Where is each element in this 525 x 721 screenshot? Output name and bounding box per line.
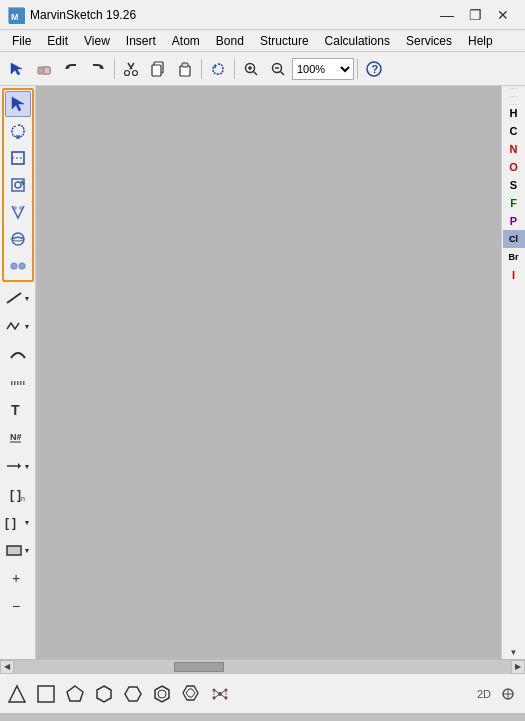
svg-marker-44 xyxy=(18,463,21,469)
svg-line-70 xyxy=(220,694,226,698)
atom-Br-btn[interactable]: Br xyxy=(503,248,525,266)
svg-line-37 xyxy=(7,293,21,303)
h-scrollbar: ◀ ▶ xyxy=(0,659,525,673)
text-tool-btn[interactable]: T xyxy=(5,397,31,423)
right-panel: ········· H C N O S F P Cl Br I ▼ xyxy=(501,86,525,659)
menu-item-services[interactable]: Services xyxy=(398,30,460,51)
lasso-tool-btn[interactable] xyxy=(5,118,31,144)
svg-point-8 xyxy=(133,70,138,75)
cut-btn[interactable] xyxy=(118,56,144,82)
svg-text:+: + xyxy=(12,570,20,586)
canvas-area[interactable] xyxy=(36,86,501,659)
zoom-out-btn[interactable] xyxy=(265,56,291,82)
svg-text:n: n xyxy=(21,495,25,502)
svg-point-27 xyxy=(15,182,21,188)
menu-item-calculations[interactable]: Calculations xyxy=(317,30,398,51)
scroll-left-btn[interactable]: ◀ xyxy=(0,660,14,674)
atom-N-btn[interactable]: N xyxy=(503,140,525,158)
menu-item-help[interactable]: Help xyxy=(460,30,501,51)
scroll-thumb[interactable] xyxy=(174,662,224,672)
sep3 xyxy=(234,59,235,79)
triangle-btn[interactable] xyxy=(4,681,30,707)
dash-tool-btn[interactable] xyxy=(5,369,31,395)
rect-tool-btn[interactable]: ▼ xyxy=(5,537,31,563)
pentagon-btn[interactable] xyxy=(62,681,88,707)
help-btn[interactable]: ? xyxy=(361,56,387,82)
undo-btn[interactable] xyxy=(58,56,84,82)
rotate-tool-btn[interactable] xyxy=(5,172,31,198)
svg-text:?: ? xyxy=(372,63,379,75)
menu-item-view[interactable]: View xyxy=(76,30,118,51)
menu-item-edit[interactable]: Edit xyxy=(39,30,76,51)
menu-item-file[interactable]: File xyxy=(4,30,39,51)
hexagon-small-btn[interactable] xyxy=(91,681,117,707)
eraser-btn[interactable] xyxy=(31,56,57,82)
bracket2-tool-btn[interactable]: [ ] ▼ xyxy=(5,509,31,535)
atom-C-btn[interactable]: C xyxy=(503,122,525,140)
molecule-btn[interactable] xyxy=(207,681,233,707)
scroll-right-btn[interactable]: ▶ xyxy=(511,660,525,674)
3d-rotate-btn[interactable] xyxy=(5,226,31,252)
atom-I-btn[interactable]: I xyxy=(503,266,525,284)
zoom-in-btn[interactable] xyxy=(238,56,264,82)
mirror-tool-btn[interactable] xyxy=(5,199,31,225)
menu-bar: FileEditViewInsertAtomBondStructureCalcu… xyxy=(0,30,525,52)
hexagon-btn[interactable] xyxy=(120,681,146,707)
atom-P-btn[interactable]: P xyxy=(503,212,525,230)
svg-point-59 xyxy=(158,690,166,698)
sep1 xyxy=(114,59,115,79)
atom-S-btn[interactable]: S xyxy=(503,176,525,194)
svg-text:M: M xyxy=(11,12,19,22)
status-icon-btn[interactable] xyxy=(495,681,521,707)
atom-O-btn[interactable]: O xyxy=(503,158,525,176)
hexagon-circle-btn[interactable] xyxy=(149,681,175,707)
atom-H-btn[interactable]: H xyxy=(503,104,525,122)
svg-point-30 xyxy=(19,206,23,210)
redo-btn[interactable] xyxy=(85,56,111,82)
mode-label: 2D xyxy=(477,688,491,700)
stereo-tool-btn[interactable] xyxy=(5,253,31,279)
main-area: ▼ ▼ T xyxy=(0,86,525,659)
atom-F-btn[interactable]: F xyxy=(503,194,525,212)
square-btn[interactable] xyxy=(33,681,59,707)
menu-item-atom[interactable]: Atom xyxy=(164,30,208,51)
close-button[interactable]: ✕ xyxy=(489,5,517,25)
right-scroll-up[interactable]: ········· xyxy=(504,90,524,104)
fragment-tool-btn[interactable] xyxy=(5,145,31,171)
plus-tool-btn[interactable]: + xyxy=(5,565,31,591)
bond-tool-btn[interactable]: ▼ xyxy=(5,285,31,311)
numbering-tool-btn[interactable]: N# xyxy=(5,425,31,451)
menu-item-bond[interactable]: Bond xyxy=(208,30,252,51)
bracket-tool-btn[interactable]: [ ] n xyxy=(5,481,31,507)
menu-item-structure[interactable]: Structure xyxy=(252,30,317,51)
atom-Cl-btn[interactable]: Cl xyxy=(503,230,525,248)
shape-tools xyxy=(4,681,477,707)
menu-item-insert[interactable]: Insert xyxy=(118,30,164,51)
svg-line-67 xyxy=(214,690,220,694)
svg-line-68 xyxy=(220,690,226,694)
svg-marker-56 xyxy=(97,686,111,702)
minimize-button[interactable]: — xyxy=(433,5,461,25)
rect-arrow: ▼ xyxy=(24,547,31,554)
svg-point-29 xyxy=(13,206,17,210)
scroll-track[interactable] xyxy=(14,660,511,674)
left-panel: ▼ ▼ T xyxy=(0,86,36,659)
lasso-btn[interactable] xyxy=(205,56,231,82)
select-tool-btn[interactable] xyxy=(4,56,30,82)
zoom-select[interactable]: 25%50%75%100%150%200% xyxy=(292,58,354,80)
svg-marker-2 xyxy=(11,63,22,75)
minus-tool-btn[interactable]: − xyxy=(5,593,31,619)
bottom-status: 2D xyxy=(477,681,521,707)
right-scroll-down[interactable]: ▼ xyxy=(504,645,524,659)
copy-btn[interactable] xyxy=(145,56,171,82)
arrow-tool-btn[interactable]: ▼ xyxy=(5,453,31,479)
svg-text:]: ] xyxy=(12,516,16,530)
maximize-button[interactable]: ❐ xyxy=(461,5,489,25)
svg-rect-12 xyxy=(182,63,188,67)
curve-tool-btn[interactable] xyxy=(5,341,31,367)
paste-btn[interactable] xyxy=(172,56,198,82)
double-ring-btn[interactable] xyxy=(178,681,204,707)
arrow-select-btn[interactable] xyxy=(5,91,31,117)
chain-tool-btn[interactable]: ▼ xyxy=(5,313,31,339)
svg-line-19 xyxy=(281,71,285,75)
